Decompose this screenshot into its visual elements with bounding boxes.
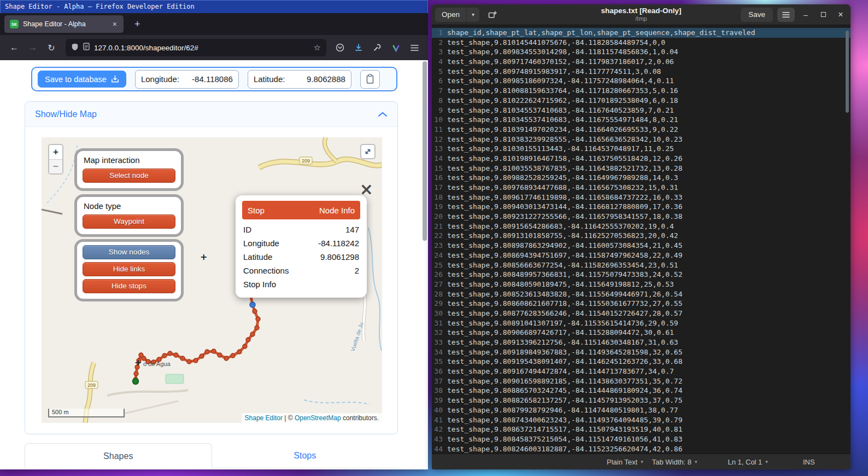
editor-line[interactable]: 9test_shape,9.810345537410683,-84.116764… xyxy=(432,106,851,115)
route-waypoint-dot[interactable] xyxy=(231,353,235,358)
route-waypoint-dot[interactable] xyxy=(250,332,255,336)
editor-line[interactable]: 8test_shape,9.810222624715962,-84.117018… xyxy=(432,96,851,106)
popup-close-icon[interactable]: × xyxy=(360,181,373,198)
tab-shapes[interactable]: Shapes xyxy=(25,443,212,468)
editor-line[interactable]: 12test_shape,9.810383239928555,-84.11656… xyxy=(432,135,851,144)
close-button[interactable]: × xyxy=(834,8,847,21)
editor-line[interactable]: 29test_shape,9.808608621607718,-84.11550… xyxy=(432,299,851,309)
route-waypoint-dot[interactable] xyxy=(168,351,172,356)
show-nodes-button[interactable]: Show nodes xyxy=(83,245,175,259)
page-info-icon[interactable] xyxy=(83,43,90,53)
editor-line[interactable]: 11test_shape,9.810391497020234,-84.11664… xyxy=(432,125,851,135)
route-waypoint-dot[interactable] xyxy=(174,353,178,357)
editor-line[interactable]: 20test_shape,9.809231227255566,-84.11657… xyxy=(432,212,851,222)
editor-line[interactable]: 38test_shape,9.808865703242745,-84.11444… xyxy=(432,386,851,396)
new-tab-button-editor[interactable] xyxy=(484,8,501,22)
menu-hamburger-icon[interactable] xyxy=(406,39,423,56)
editor-line[interactable]: 40test_shape,9.80879928792946,-84.114744… xyxy=(432,405,851,415)
editor-line[interactable]: 26test_shape,9.808489957366831,-84.11575… xyxy=(432,270,851,280)
editor-line[interactable]: 17test_shape,9.809768934477688,-84.11656… xyxy=(432,183,851,193)
zoom-in-button[interactable]: + xyxy=(49,145,62,159)
editor-line[interactable]: 24test_shape,9.808694394751697,-84.11587… xyxy=(432,251,851,260)
route-waypoint-dot[interactable] xyxy=(162,353,167,358)
editor-line[interactable]: 27test_shape,9.808480590189475,-84.11564… xyxy=(432,280,851,289)
editor-line[interactable]: 23test_shape,9.808987863294902,-84.11600… xyxy=(432,241,851,251)
v-extension-icon[interactable] xyxy=(388,39,404,56)
route-waypoint-dot[interactable] xyxy=(134,371,138,376)
editor-scrollbar-thumb[interactable] xyxy=(846,31,849,113)
route-waypoint-dot[interactable] xyxy=(243,344,247,349)
route-waypoint-dot[interactable] xyxy=(187,359,191,364)
editor-line[interactable]: 31test_shape,9.80891041307197,-84.115356… xyxy=(432,318,851,328)
attribution-osm-link[interactable]: OpenStreetMap xyxy=(295,414,341,422)
editor-line[interactable]: 22test_shape,9.80913101858755,-84.116252… xyxy=(432,231,851,241)
browser-tab[interactable]: SE Shape Editor - Alpha × xyxy=(4,15,124,33)
editor-line[interactable]: 35test_shape,9.809195438091407,-84.11462… xyxy=(432,357,851,367)
editor-line[interactable]: 3test_shape,9.809834553014298,-84.118115… xyxy=(432,47,851,57)
route-waypoint-dot[interactable] xyxy=(193,358,198,363)
editor-line[interactable]: 39test_shape,9.808826582137257,-84.11457… xyxy=(432,396,851,405)
editor-menu-button[interactable] xyxy=(777,8,795,22)
editor-line[interactable]: 37test_shape,9.809016598892185,-84.11438… xyxy=(432,376,851,386)
editor-line[interactable]: 28test_shape,9.808523613483828,-84.11556… xyxy=(432,289,851,299)
select-node-button[interactable]: Select node xyxy=(83,169,175,183)
editor-line[interactable]: 44test_shape,9.808246003182887,-84.11523… xyxy=(432,444,851,454)
editor-line[interactable]: 13test_shape,9.81030155113443,-84.116453… xyxy=(432,144,851,154)
url-text[interactable]: 127.0.0.1:8000/shapeeditor/62# xyxy=(94,44,309,52)
maximize-button[interactable] xyxy=(817,8,830,21)
editor-line[interactable]: 25test_shape,9.80856663677254,-84.115826… xyxy=(432,260,851,270)
zoom-out-button[interactable]: − xyxy=(49,159,62,173)
editor-line[interactable]: 7test_shape,9.810088159633764,-84.117182… xyxy=(432,86,851,96)
editor-line[interactable]: 30test_shape,9.808776283566246,-84.11540… xyxy=(432,309,851,318)
editor-lines[interactable]: 1shape_id,shape_pt_lat,shape_pt_lon,shap… xyxy=(432,25,851,454)
editor-line[interactable]: 32test_shape,9.809066897426717,-84.11528… xyxy=(432,328,851,338)
editor-line[interactable]: 43test_shape,9.808458375215054,-84.11514… xyxy=(432,434,851,444)
editor-line[interactable]: 19test_shape,9.809403013473144,-84.11668… xyxy=(432,202,851,212)
reload-button[interactable]: ↻ xyxy=(43,39,60,56)
editor-line[interactable]: 10test_shape,9.810345537410683,-84.11675… xyxy=(432,115,851,125)
route-waypoint-dot[interactable] xyxy=(237,350,242,354)
editor-line[interactable]: 14test_shape,9.810198916467158,-84.11637… xyxy=(432,154,851,164)
editor-line[interactable]: 15test_shape,9.810035538767835,-84.11643… xyxy=(432,164,851,173)
save-to-database-button[interactable]: Save to database xyxy=(38,71,126,88)
route-waypoint-dot[interactable] xyxy=(246,338,250,342)
route-waypoint-dot[interactable] xyxy=(205,350,209,354)
editor-line[interactable]: 34test_shape,9.809189849367883,-84.11493… xyxy=(432,347,851,357)
route-waypoint-dot[interactable] xyxy=(212,349,216,353)
tab-width-selector[interactable]: Tab Width: 8 ▾ xyxy=(652,458,697,466)
editor-save-button[interactable]: Save xyxy=(741,8,773,22)
editor-line[interactable]: 21test_shape,9.80915654286683,-84.116425… xyxy=(432,222,851,231)
window-titlebar[interactable]: Shape Editor - Alpha — Firefox Developer… xyxy=(0,0,428,13)
editor-line[interactable]: 33test_shape,9.80913396212756,-84.115146… xyxy=(432,338,851,347)
downloads-icon[interactable] xyxy=(350,39,367,56)
fullscreen-button[interactable] xyxy=(360,144,376,159)
back-button[interactable]: ← xyxy=(5,39,23,56)
language-selector[interactable]: Plain Text ▾ xyxy=(607,458,643,466)
selected-node-marker[interactable] xyxy=(250,302,255,307)
editor-line[interactable]: 16test_shape,9.809882528259245,-84.11649… xyxy=(432,173,851,183)
hide-stops-button[interactable]: Hide stops xyxy=(83,279,175,293)
new-tab-button[interactable]: + xyxy=(130,18,145,31)
route-waypoint-dot[interactable] xyxy=(253,309,257,314)
route-waypoint-dot[interactable] xyxy=(255,326,259,330)
editor-line[interactable]: 42test_shape,9.808637214715517,-84.11507… xyxy=(432,425,851,434)
devtools-wrench-icon[interactable] xyxy=(369,39,385,56)
open-button[interactable]: Open xyxy=(435,8,466,22)
editor-line[interactable]: 41test_shape,9.808743400623243,-84.11493… xyxy=(432,415,851,425)
editor-line[interactable]: 36test_shape,9.809167494472874,-84.11447… xyxy=(432,367,851,376)
url-bar[interactable]: 127.0.0.1:8000/shapeeditor/62# ☆ xyxy=(66,39,326,56)
map-toggle-header[interactable]: Show/Hide Map xyxy=(25,102,397,127)
editor-line[interactable]: 6test_shape,9.80985186097324,-84.1175724… xyxy=(432,76,851,86)
latitude-field[interactable]: Latitude: 9.8062888 xyxy=(248,70,351,89)
route-waypoint-dot[interactable] xyxy=(256,317,260,321)
minimize-button[interactable]: – xyxy=(799,8,812,21)
editor-line[interactable]: 18test_shape,9.809617746119898,-84.11658… xyxy=(432,193,851,202)
page-scrollbar-thumb[interactable] xyxy=(423,61,427,241)
terminal-node-marker[interactable] xyxy=(133,379,139,385)
hide-links-button[interactable]: Hide links xyxy=(83,262,175,276)
open-dropdown-caret[interactable]: ▾ xyxy=(466,8,479,22)
waypoint-button[interactable]: Waypoint xyxy=(83,214,175,229)
tab-close-icon[interactable]: × xyxy=(112,20,118,28)
route-waypoint-dot[interactable] xyxy=(139,353,143,357)
pocket-icon[interactable] xyxy=(332,39,348,56)
